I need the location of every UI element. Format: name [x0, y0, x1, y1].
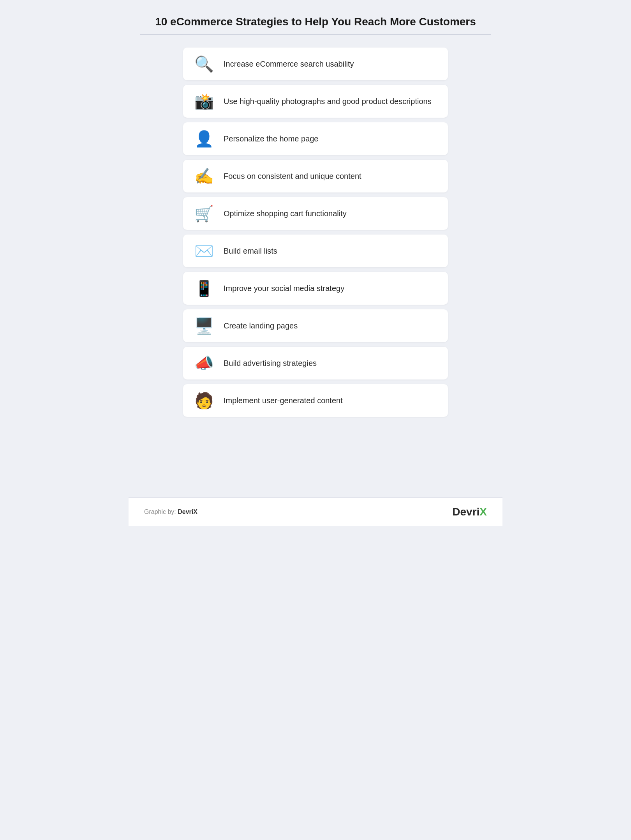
strategy-item-6: ✉️Build email lists: [183, 235, 448, 267]
strategies-list: 🔍Increase eCommerce search usability📸Use…: [183, 48, 448, 422]
strategy-item-9: 📣Build advertising strategies: [183, 347, 448, 379]
strategy-item-7: 📱Improve your social media strategy: [183, 272, 448, 305]
strategy-item-1: 🔍Increase eCommerce search usability: [183, 48, 448, 80]
strategy-text-9: Build advertising strategies: [224, 358, 317, 369]
strategy-item-5: 🛒Optimize shopping cart functionality: [183, 197, 448, 230]
strategy-icon-4: ✍️: [194, 168, 214, 184]
brand-name: DevriX: [178, 508, 197, 515]
strategy-icon-3: 👤: [194, 131, 214, 146]
strategy-icon-10: 🧑: [194, 393, 214, 408]
strategy-icon-6: ✉️: [194, 243, 214, 259]
strategy-item-4: ✍️Focus on consistent and unique content: [183, 160, 448, 192]
footer-credit: Graphic by: DevriX: [144, 508, 197, 515]
strategy-icon-1: 🔍: [194, 56, 214, 72]
logo-x: X: [479, 506, 487, 518]
strategy-text-1: Increase eCommerce search usability: [224, 58, 354, 69]
logo-devri: Devri: [452, 506, 479, 518]
strategy-icon-9: 📣: [194, 355, 214, 371]
strategy-text-7: Improve your social media strategy: [224, 283, 344, 294]
page-wrapper: 10 eCommerce Strategies to Help You Reac…: [129, 0, 502, 498]
strategy-text-3: Personalize the home page: [224, 133, 319, 144]
footer-logo: DevriX: [452, 506, 487, 518]
strategy-icon-2: 📸: [194, 94, 214, 109]
strategy-icon-7: 📱: [194, 281, 214, 296]
logo-main-text: DevriX: [452, 506, 487, 518]
strategy-text-4: Focus on consistent and unique content: [224, 171, 361, 182]
strategy-item-3: 👤Personalize the home page: [183, 122, 448, 155]
strategy-text-5: Optimize shopping cart functionality: [224, 208, 347, 219]
footer: Graphic by: DevriX DevriX: [129, 498, 502, 526]
strategy-text-8: Create landing pages: [224, 320, 298, 331]
page-title: 10 eCommerce Strategies to Help You Reac…: [140, 16, 491, 35]
strategy-text-10: Implement user-generated content: [224, 395, 343, 406]
strategy-item-2: 📸Use high-quality photographs and good p…: [183, 85, 448, 118]
strategy-text-2: Use high-quality photographs and good pr…: [224, 96, 432, 107]
strategy-item-8: 🖥️Create landing pages: [183, 309, 448, 342]
strategy-icon-5: 🛒: [194, 206, 214, 221]
strategy-item-10: 🧑Implement user-generated content: [183, 384, 448, 417]
strategy-icon-8: 🖥️: [194, 318, 214, 334]
credit-label: Graphic by:: [144, 508, 176, 515]
strategy-text-6: Build email lists: [224, 245, 277, 256]
